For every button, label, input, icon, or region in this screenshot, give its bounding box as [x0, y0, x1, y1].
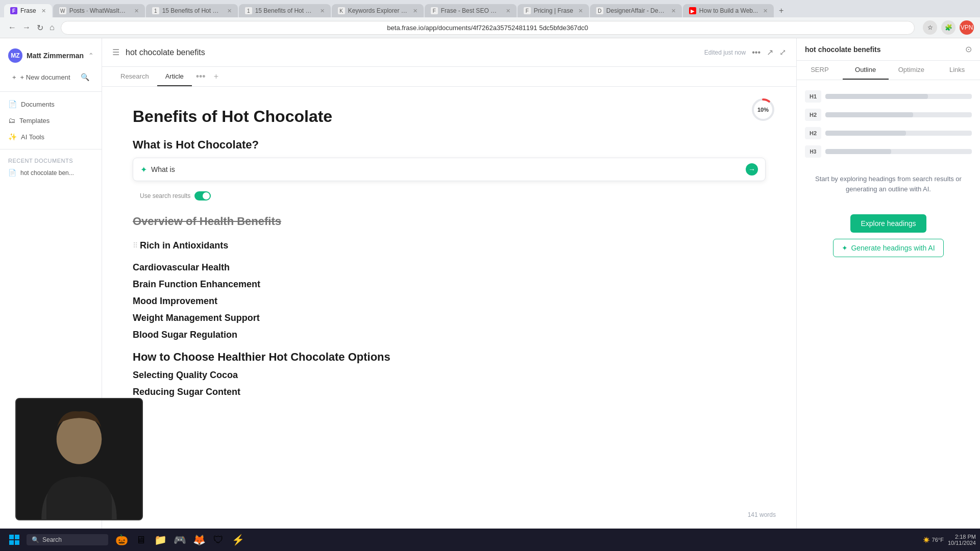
new-tab-button[interactable]: + [775, 4, 788, 17]
address-input[interactable] [61, 21, 915, 35]
outline-badge-h3: H3 [805, 145, 821, 158]
sidebar-item-templates[interactable]: 🗂 Templates [0, 112, 102, 129]
tab-more-button[interactable]: ••• [192, 67, 210, 86]
generate-headings-button[interactable]: ✦ Generate headings with AI [833, 239, 943, 257]
document-h1[interactable]: Benefits of Hot Chocolate [133, 107, 766, 126]
recent-doc-item[interactable]: 📄 hot chocolate ben... [0, 166, 102, 180]
heading-overview[interactable]: Overview of Health Benefits [133, 215, 766, 228]
video-overlay [15, 398, 143, 520]
progress-indicator: 10% [750, 97, 776, 122]
panel-tab-outline[interactable]: Outline [843, 61, 889, 80]
outline-item-h2-2: H2 [805, 127, 972, 139]
taskbar-icon-5[interactable]: 🦊 [190, 531, 208, 549]
share-button[interactable]: ↗ [767, 47, 773, 57]
tab-close-4[interactable]: ✕ [320, 8, 325, 14]
taskbar-icon-7[interactable]: ⚡ [229, 531, 247, 549]
tab-5[interactable]: K Keywords Explorer -... ✕ [332, 4, 424, 17]
generate-headings-label: Generate headings with AI [851, 244, 935, 252]
tab-4[interactable]: 1 15 Benefits of Hot C... ✕ [239, 4, 331, 17]
heading-reducing-sugar[interactable]: Reducing Sugar Content [133, 387, 766, 397]
heading-antioxidants[interactable]: Rich in Antioxidants [140, 240, 228, 251]
tab-7[interactable]: F Pricing | Frase ✕ [518, 4, 589, 17]
tab-3[interactable]: 1 15 Benefits of Hot C... ✕ [146, 4, 238, 17]
ai-search-box: ✦ → [133, 158, 766, 181]
tab-frase[interactable]: F Frase ✕ [4, 4, 52, 17]
sidebar-toggle-button[interactable]: ☰ [112, 47, 119, 57]
outline-actions: Explore headings ✦ Generate headings wit… [805, 214, 972, 257]
app: MZ Matt Zimmerman ⌃ + + New document 🔍 📄… [0, 38, 980, 529]
new-doc-label: + New document [20, 73, 70, 81]
taskbar-icon-3[interactable]: 📁 [151, 531, 169, 549]
right-panel-header: hot chocolate benefits ⊙ [797, 38, 980, 61]
use-search-results-toggle[interactable] [194, 191, 211, 201]
tab-2[interactable]: W Posts · WhatWasItCa... ✕ [53, 4, 145, 17]
tab-research[interactable]: Research [112, 67, 157, 86]
panel-tab-optimize[interactable]: Optimize [889, 61, 935, 80]
tab-close-7[interactable]: ✕ [578, 8, 583, 14]
new-document-button[interactable]: + + New document 🔍 [4, 69, 97, 85]
explore-headings-button[interactable]: Explore headings [850, 214, 926, 233]
tab-close-frase[interactable]: ✕ [41, 8, 46, 14]
heading-how-to-choose[interactable]: How to Choose Healthier Hot Chocolate Op… [133, 350, 766, 364]
ai-search-submit-button[interactable]: → [746, 163, 758, 176]
vpn-button[interactable]: VPN [960, 20, 974, 35]
heading-weight[interactable]: Weight Management Support [133, 313, 766, 323]
taskbar-time[interactable]: 2:18 PM 10/11/2024 [948, 534, 976, 546]
heading-brain[interactable]: Brain Function Enhancement [133, 279, 766, 290]
drag-handle[interactable]: ⠿ [133, 241, 138, 249]
tab-title-4: 15 Benefits of Hot C... [255, 7, 315, 14]
taskbar-icon-4[interactable]: 🎮 [170, 531, 189, 549]
search-icon[interactable]: 🔍 [81, 73, 89, 81]
extensions-button[interactable]: 🧩 [941, 20, 955, 35]
windows-start-button[interactable] [4, 530, 24, 550]
user-chevron: ⌃ [88, 52, 93, 59]
heading-quality-cocoa[interactable]: Selecting Quality Cocoa [133, 370, 766, 381]
heading-cardiovascular[interactable]: Cardiovascular Health [133, 262, 766, 273]
right-panel-close-button[interactable]: ⊙ [965, 44, 972, 54]
tab-8[interactable]: D DesignerAffair - Des... ✕ [590, 4, 682, 17]
taskbar-weather[interactable]: ☀️ 76°F [923, 537, 944, 543]
tab-6[interactable]: F Frase - Best SEO Con... ✕ [425, 4, 517, 17]
tab-close-3[interactable]: ✕ [227, 8, 232, 14]
taskbar-icon-2[interactable]: 🖥 [132, 531, 150, 549]
ai-search-input[interactable] [151, 165, 742, 173]
tab-close-8[interactable]: ✕ [671, 8, 676, 14]
add-tab-button[interactable]: + [210, 67, 223, 86]
taskbar-icon-6[interactable]: 🛡 [209, 531, 228, 549]
back-button[interactable]: ← [6, 21, 18, 35]
tab-close-6[interactable]: ✕ [506, 8, 510, 14]
editor-area[interactable]: 10% Benefits of Hot Chocolate What is Ho… [102, 87, 796, 529]
outline-bar-fill-h1 [825, 94, 928, 99]
expand-button[interactable]: ⤢ [779, 47, 786, 57]
heading-mood[interactable]: Mood Improvement [133, 296, 766, 307]
heading-what-is[interactable]: What is Hot Chocolate? [133, 138, 766, 152]
more-options-button[interactable]: ••• [752, 48, 761, 57]
weather-temp: 76°F [932, 537, 944, 543]
outline-bar-h2-1 [825, 112, 972, 117]
panel-tab-links[interactable]: Links [934, 61, 980, 80]
bookmark-button[interactable]: ☆ [923, 20, 937, 35]
recent-section-title: Recent documents [0, 154, 102, 166]
tab-9[interactable]: ▶ How to Build a Web... ✕ [683, 4, 774, 17]
home-button[interactable]: ⌂ [47, 21, 57, 35]
time-display: 2:18 PM [948, 534, 976, 540]
taskbar-search[interactable]: 🔍 Search [27, 534, 108, 545]
tab-favicon-8: D [596, 7, 603, 14]
tab-close-9[interactable]: ✕ [763, 8, 768, 14]
tab-close-2[interactable]: ✕ [134, 8, 139, 14]
sidebar-user[interactable]: MZ Matt Zimmerman ⌃ [0, 44, 102, 67]
tab-article[interactable]: Article [157, 67, 192, 86]
taskbar-icon-1[interactable]: 🎃 [112, 531, 131, 549]
sidebar-item-documents[interactable]: 📄 Documents [0, 96, 102, 112]
heading-blood-sugar[interactable]: Blood Sugar Regulation [133, 330, 766, 340]
tab-title-3: 15 Benefits of Hot C... [162, 7, 222, 14]
forward-button[interactable]: → [20, 21, 33, 35]
refresh-button[interactable]: ↻ [35, 21, 45, 35]
tab-close-5[interactable]: ✕ [413, 8, 418, 14]
sidebar-divider [0, 91, 102, 92]
sidebar-item-ai-tools[interactable]: ✨ AI Tools [0, 129, 102, 145]
panel-tab-serp[interactable]: SERP [797, 61, 843, 80]
outline-bar-h1 [825, 94, 972, 99]
sidebar-divider-2 [0, 149, 102, 149]
heading-row-antioxidants: ⠿ Rich in Antioxidants [133, 234, 766, 256]
